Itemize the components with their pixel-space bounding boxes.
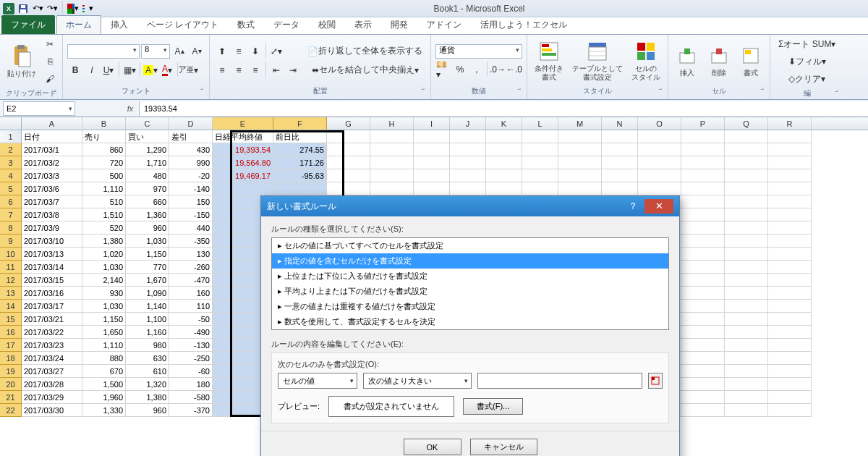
cell[interactable] xyxy=(725,130,768,143)
cell[interactable] xyxy=(768,287,812,300)
cell[interactable]: 2017/03/1 xyxy=(22,143,82,156)
clear-button[interactable]: ◇ クリア ▾ xyxy=(775,71,839,87)
cell[interactable]: 2017/03/10 xyxy=(22,235,82,248)
row-header[interactable]: 2 xyxy=(0,143,22,156)
cell[interactable]: 2017/03/15 xyxy=(22,274,82,287)
cell[interactable] xyxy=(213,182,273,195)
save-icon[interactable] xyxy=(17,3,29,14)
format-cells-button[interactable]: 書式 xyxy=(736,43,765,79)
cell[interactable] xyxy=(522,156,558,169)
cell[interactable]: 160 xyxy=(169,287,213,300)
cell[interactable]: 1,380 xyxy=(82,235,126,248)
bold-button[interactable]: B xyxy=(67,62,83,78)
cell[interactable]: 2017/03/23 xyxy=(22,339,82,352)
column-header-R[interactable]: R xyxy=(768,117,812,130)
cell[interactable] xyxy=(768,326,812,339)
column-header-P[interactable]: P xyxy=(681,117,725,130)
cell[interactable] xyxy=(768,339,812,352)
formula-input[interactable]: 19393.54 xyxy=(139,101,868,116)
cell[interactable] xyxy=(681,287,725,300)
cell[interactable]: 2017/03/24 xyxy=(22,352,82,365)
cell[interactable]: 510 xyxy=(82,195,126,208)
cell[interactable] xyxy=(638,143,681,156)
border-button[interactable]: ▦▾ xyxy=(122,62,137,78)
ok-button[interactable]: OK xyxy=(404,439,461,455)
cell[interactable]: -150 xyxy=(169,208,213,221)
cell[interactable]: 2017/03/2 xyxy=(22,156,82,169)
cell[interactable]: 差引 xyxy=(169,130,213,143)
cell[interactable]: -50 xyxy=(169,313,213,326)
column-header-C[interactable]: C xyxy=(126,117,169,130)
font-color-button[interactable]: A▾ xyxy=(159,62,175,78)
cell[interactable]: 1,030 xyxy=(82,261,126,274)
cell[interactable] xyxy=(681,143,725,156)
column-header-L[interactable]: L xyxy=(522,117,558,130)
rule-type-list[interactable]: ▸ セルの値に基づいてすべてのセルを書式設定▸ 指定の値を含むセルだけを書式設定… xyxy=(271,237,669,330)
cell[interactable]: -60 xyxy=(169,365,213,378)
cell[interactable]: 930 xyxy=(82,287,126,300)
cell[interactable] xyxy=(414,169,450,182)
tab-pagelayout[interactable]: ページ レイアウト xyxy=(137,15,228,34)
tab-view[interactable]: 表示 xyxy=(345,15,381,34)
cell[interactable] xyxy=(602,156,638,169)
cell[interactable]: -260 xyxy=(169,261,213,274)
cell[interactable]: -20 xyxy=(169,169,213,182)
cell[interactable]: 1,090 xyxy=(126,287,169,300)
cell[interactable] xyxy=(725,274,768,287)
cell[interactable]: 2017/03/27 xyxy=(22,365,82,378)
cell[interactable] xyxy=(681,391,725,404)
cell[interactable]: 610 xyxy=(126,365,169,378)
cell[interactable]: 日経平均終値 xyxy=(213,130,273,143)
cell[interactable] xyxy=(327,130,370,143)
cell[interactable] xyxy=(768,208,812,221)
cell[interactable] xyxy=(681,365,725,378)
cell[interactable]: 買い xyxy=(126,130,169,143)
cell[interactable]: 1,290 xyxy=(126,143,169,156)
rule-type-item[interactable]: ▸ 一意の値または重複する値だけを書式設定 xyxy=(272,299,668,314)
cell[interactable] xyxy=(450,130,486,143)
underline-button[interactable]: U▾ xyxy=(101,62,116,78)
qat-color-icon[interactable]: ▾ xyxy=(67,3,79,14)
cell[interactable] xyxy=(681,221,725,235)
cell[interactable] xyxy=(725,287,768,300)
row-header[interactable]: 3 xyxy=(0,156,22,169)
cell[interactable] xyxy=(370,169,414,182)
cell[interactable] xyxy=(768,169,812,182)
cut-button[interactable]: ✂ xyxy=(42,36,58,52)
cell[interactable] xyxy=(725,195,768,208)
align-right-button[interactable]: ≡ xyxy=(247,62,263,78)
cell[interactable]: 1,710 xyxy=(126,156,169,169)
align-left-button[interactable]: ≡ xyxy=(214,62,230,78)
cell[interactable]: 770 xyxy=(126,261,169,274)
cell[interactable]: 670 xyxy=(82,365,126,378)
comma-button[interactable]: , xyxy=(469,62,485,77)
cell[interactable]: 2017/03/7 xyxy=(22,195,82,208)
condition-value-input[interactable] xyxy=(477,373,642,389)
cell[interactable] xyxy=(768,274,812,287)
cell[interactable]: 880 xyxy=(82,352,126,365)
decrease-decimal-button[interactable]: ←.0 xyxy=(506,62,522,77)
cell[interactable] xyxy=(681,404,725,417)
cell[interactable]: 2017/03/3 xyxy=(22,169,82,182)
tab-formulas[interactable]: 数式 xyxy=(228,15,264,34)
cell[interactable] xyxy=(602,169,638,182)
tab-insert[interactable]: 挿入 xyxy=(101,15,137,34)
rule-type-item[interactable]: ▸ 上位または下位に入る値だけを書式設定 xyxy=(272,269,668,284)
cell[interactable]: 2017/03/14 xyxy=(22,261,82,274)
cell[interactable]: 売り xyxy=(82,130,126,143)
cell[interactable] xyxy=(768,143,812,156)
column-header-M[interactable]: M xyxy=(558,117,602,130)
cell[interactable] xyxy=(486,130,522,143)
align-middle-button[interactable]: ≡ xyxy=(231,43,247,59)
cell[interactable]: -490 xyxy=(169,326,213,339)
column-header-F[interactable]: F xyxy=(273,117,327,130)
cell[interactable] xyxy=(370,156,414,169)
cell[interactable] xyxy=(725,391,768,404)
cell[interactable]: 960 xyxy=(126,221,169,235)
cell[interactable] xyxy=(327,156,370,169)
dialog-close-button[interactable]: ✕ xyxy=(644,199,673,214)
cell[interactable] xyxy=(725,339,768,352)
cell-styles-button[interactable]: セルの スタイル xyxy=(629,38,663,83)
cell[interactable] xyxy=(273,182,327,195)
phonetic-button[interactable]: ア亜▾ xyxy=(180,62,196,78)
